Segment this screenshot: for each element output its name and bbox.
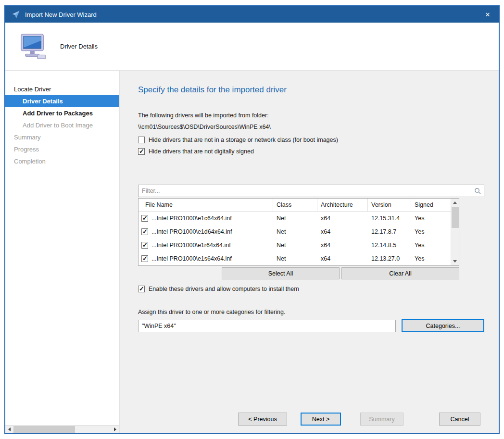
driver-signed: Yes: [411, 242, 452, 249]
wizard-window: Import New Driver Wizard ✕ Driver Detail…: [4, 5, 500, 434]
driver-row-checkbox[interactable]: [141, 242, 148, 249]
sidebar-item-driver-details[interactable]: Driver Details: [5, 95, 119, 107]
table-row[interactable]: ...Intel PRO1000\e1s64x64.inf Net x64 12…: [139, 252, 451, 265]
driver-class: Net: [273, 215, 317, 222]
horizontal-scrollbar-thumb[interactable]: [13, 426, 75, 433]
sidebar-item-locate-driver[interactable]: Locate Driver: [5, 83, 119, 95]
page-title: Driver Details: [60, 43, 98, 50]
driver-version: 12.17.8.7: [368, 228, 411, 235]
close-icon[interactable]: ✕: [477, 6, 499, 23]
driver-architecture: x64: [317, 255, 368, 262]
driver-file-name: ...Intel PRO1000\e1s64x64.inf: [151, 255, 232, 262]
vertical-scrollbar-thumb[interactable]: [452, 207, 459, 228]
driver-table-header: File Name Class Architecture Version Sig…: [139, 199, 451, 212]
hide-storage-network-checkbox-row[interactable]: Hide drivers that are not in a storage o…: [138, 137, 487, 143]
column-header-class[interactable]: Class: [273, 199, 317, 211]
import-folder-path: \\cm01\Sources$\OSD\DriverSources\WinPE …: [138, 124, 487, 130]
table-row[interactable]: ...Intel PRO1000\e1d64x64.inf Net x64 12…: [139, 225, 451, 238]
driver-architecture: x64: [317, 215, 368, 222]
wizard-steps-sidebar: Locate Driver Driver Details Add Driver …: [5, 71, 120, 433]
vertical-scrollbar[interactable]: [451, 199, 459, 265]
driver-row-checkbox[interactable]: [141, 228, 148, 235]
sidebar-item-summary[interactable]: Summary: [5, 131, 119, 143]
wizard-content: Specify the details for the imported dri…: [120, 71, 499, 433]
sidebar-item-add-driver-to-packages[interactable]: Add Driver to Packages: [5, 107, 119, 119]
select-all-button[interactable]: Select All: [222, 267, 340, 279]
horizontal-scrollbar[interactable]: [5, 425, 119, 433]
driver-file-name: ...Intel PRO1000\e1r64x64.inf: [151, 242, 231, 249]
wizard-footer: < Previous Next > Summary Cancel: [138, 413, 487, 426]
enable-drivers-checkbox[interactable]: [138, 286, 145, 292]
scroll-left-icon[interactable]: [5, 426, 13, 434]
driver-class: Net: [273, 228, 317, 235]
scroll-right-icon[interactable]: [111, 426, 119, 434]
sidebar-item-add-driver-to-boot-image[interactable]: Add Driver to Boot Image: [5, 119, 119, 131]
import-folder-intro: The following drivers will be imported f…: [138, 112, 487, 119]
driver-row-checkbox[interactable]: [141, 215, 148, 222]
enable-drivers-checkbox-row[interactable]: Enable these drivers and allow computers…: [138, 286, 487, 292]
title-bar: Import New Driver Wizard ✕: [5, 6, 499, 23]
column-header-signed[interactable]: Signed: [411, 199, 452, 211]
wizard-icon: [11, 10, 21, 19]
hide-storage-network-label: Hide drivers that are not in a storage o…: [149, 137, 338, 143]
table-row[interactable]: ...Intel PRO1000\e1c64x64.inf Net x64 12…: [139, 212, 451, 225]
clear-all-button[interactable]: Clear All: [341, 267, 459, 279]
categories-button[interactable]: Categories...: [402, 319, 484, 332]
enable-drivers-label: Enable these drivers and allow computers…: [149, 286, 299, 292]
driver-class: Net: [273, 242, 317, 249]
column-header-file-name[interactable]: File Name: [139, 199, 273, 211]
column-header-version[interactable]: Version: [368, 199, 411, 211]
table-row[interactable]: ...Intel PRO1000\e1r64x64.inf Net x64 12…: [139, 238, 451, 252]
driver-signed: Yes: [411, 255, 452, 262]
sidebar-item-completion[interactable]: Completion: [5, 155, 119, 167]
summary-button: Summary: [360, 413, 403, 426]
cancel-button[interactable]: Cancel: [439, 413, 480, 426]
driver-architecture: x64: [317, 242, 368, 249]
driver-architecture: x64: [317, 228, 368, 235]
assign-category-label: Assign this driver to one or more catego…: [138, 309, 487, 315]
filter-input[interactable]: [138, 185, 484, 197]
driver-table: File Name Class Architecture Version Sig…: [138, 198, 459, 266]
category-field[interactable]: [138, 320, 396, 332]
driver-row-checkbox[interactable]: [141, 255, 148, 262]
driver-file-name: ...Intel PRO1000\e1c64x64.inf: [151, 215, 232, 222]
computer-icon: [19, 34, 49, 60]
hide-storage-network-checkbox[interactable]: [138, 137, 145, 143]
driver-version: 12.13.27.0: [368, 255, 411, 262]
driver-class: Net: [273, 255, 317, 262]
driver-file-name: ...Intel PRO1000\e1d64x64.inf: [151, 228, 232, 235]
window-title: Import New Driver Wizard: [25, 11, 477, 18]
sidebar-item-progress[interactable]: Progress: [5, 143, 119, 155]
hide-unsigned-checkbox[interactable]: [138, 148, 145, 155]
driver-version: 12.15.31.4: [368, 215, 411, 222]
driver-version: 12.14.8.5: [368, 242, 411, 249]
search-icon: [474, 188, 481, 194]
hide-unsigned-checkbox-row[interactable]: Hide drivers that are not digitally sign…: [138, 148, 487, 155]
driver-signed: Yes: [411, 215, 452, 222]
previous-button[interactable]: < Previous: [238, 413, 287, 426]
filter-field-wrap: [138, 185, 484, 197]
scroll-down-icon[interactable]: [451, 257, 459, 265]
wizard-header: Driver Details: [5, 23, 499, 71]
driver-signed: Yes: [411, 228, 452, 235]
column-header-architecture[interactable]: Architecture: [317, 199, 368, 211]
hide-unsigned-label: Hide drivers that are not digitally sign…: [149, 148, 254, 155]
content-heading: Specify the details for the imported dri…: [138, 85, 487, 95]
scroll-up-icon[interactable]: [451, 199, 459, 207]
next-button[interactable]: Next >: [301, 413, 341, 426]
